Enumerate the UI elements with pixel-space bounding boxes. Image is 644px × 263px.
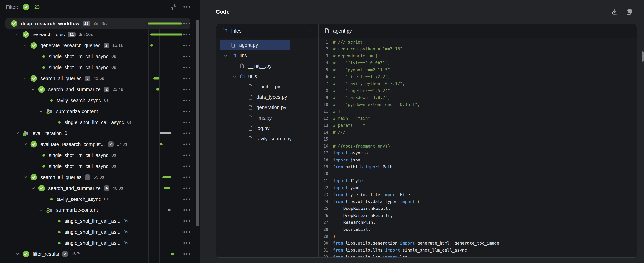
tree-row-summarize-content[interactable]: summarize-content — [0, 205, 200, 216]
task-label: filter_results — [32, 251, 59, 257]
row-menu-icon[interactable] — [184, 111, 190, 112]
tree-row-single-shot-llm-call-async[interactable]: single_shot_llm_call_async0s — [0, 150, 200, 161]
row-menu-icon[interactable] — [184, 89, 190, 90]
line-number: 27 — [319, 219, 328, 226]
row-menu-icon[interactable] — [184, 155, 190, 156]
tree-row-evaluate-research-complet-[interactable]: evaluate_research_complet...217.0s — [0, 139, 200, 150]
tree-row-search-all-queries[interactable]: search_all_queries341.6s — [0, 73, 200, 84]
file-tree-item-agent-py[interactable]: agent.py — [220, 40, 290, 50]
tree-row-single-shot-llm-call-as-[interactable]: single_shot_llm_call_as...0s — [0, 238, 200, 249]
file-tree-item-llms-py[interactable]: llms.py — [220, 113, 315, 123]
file-name: utils — [248, 73, 257, 79]
tree-row-single-shot-llm-call-as-[interactable]: single_shot_llm_call_as...0s — [0, 216, 200, 227]
page-scrollbar[interactable] — [642, 51, 644, 61]
chevron-down-icon[interactable] — [308, 28, 312, 33]
file-tree-item-data-types-py[interactable]: data_types.py — [220, 92, 315, 102]
row-menu-icon[interactable] — [184, 221, 190, 222]
row-menu-icon[interactable] — [184, 34, 190, 35]
chevron-down-icon[interactable] — [23, 175, 28, 180]
tree-row-summarize-content[interactable]: summarize-content — [0, 106, 200, 117]
task-status-dot-icon — [42, 66, 45, 69]
code-line: 20 — [319, 171, 637, 177]
chevron-down-icon[interactable] — [30, 87, 36, 92]
tree-row-tavily-search-async[interactable]: tavily_search_async0s — [0, 95, 200, 106]
tree-row-research-topic[interactable]: research_topic213m 30s — [0, 29, 200, 40]
tab-agent-py[interactable]: agent.py — [319, 24, 637, 38]
code-line: 22import yaml — [319, 184, 637, 191]
tree-row-deep-research-workflow[interactable]: deep_research_workflow223m 48s — [0, 18, 200, 29]
line-number: 20 — [319, 171, 328, 177]
panel-menu-icon[interactable] — [184, 6, 190, 8]
code-panel: Files agent.pylibs__init__.pyutils__init… — [216, 23, 637, 258]
row-menu-icon[interactable] — [184, 188, 190, 189]
filter-label: Filter: — [6, 4, 18, 10]
download-icon[interactable] — [611, 8, 618, 15]
row-menu-icon[interactable] — [184, 78, 190, 79]
row-menu-icon[interactable] — [184, 243, 190, 244]
chevron-down-icon[interactable] — [38, 208, 44, 213]
code-line: 15 — [319, 136, 637, 143]
chevron-down-icon[interactable] — [23, 76, 28, 81]
line-number: 4 — [319, 60, 328, 66]
success-filter-icon[interactable] — [22, 3, 30, 10]
tree-row-single-shot-llm-call-async[interactable]: single_shot_llm_call_async0s — [0, 161, 200, 172]
row-menu-icon[interactable] — [184, 56, 190, 57]
tree-row-single-shot-llm-call-as-[interactable]: single_shot_llm_call_as...0s — [0, 227, 200, 238]
line-number: 22 — [319, 184, 328, 191]
row-menu-icon[interactable] — [184, 23, 190, 24]
task-label: single_shot_llm_call_as... — [64, 240, 120, 246]
row-menu-icon[interactable] — [184, 133, 190, 134]
row-menu-icon[interactable] — [184, 122, 190, 123]
copy-icon[interactable] — [626, 8, 633, 15]
row-menu-icon[interactable] — [184, 199, 190, 200]
row-menu-icon[interactable] — [184, 144, 190, 145]
task-count-badge: 21 — [68, 32, 76, 37]
file-tree-item-libs[interactable]: libs — [220, 50, 315, 61]
row-menu-icon[interactable] — [184, 232, 190, 233]
tree-row-search-and-summarize[interactable]: search_and_summarize223.4s — [0, 84, 200, 95]
tree-row-single-shot-llm-call-async[interactable]: single_shot_llm_call_async0s — [0, 62, 200, 73]
row-menu-icon[interactable] — [184, 254, 190, 255]
task-duration: 48.0s — [112, 186, 123, 191]
chevron-down-icon[interactable] — [23, 43, 28, 48]
task-duration: 0s — [112, 65, 116, 70]
file-tree-item--init-py[interactable]: __init__.py — [220, 81, 315, 92]
task-status-dot-icon — [58, 121, 61, 124]
row-menu-icon[interactable] — [184, 100, 190, 101]
task-duration: 3m 30s — [79, 32, 93, 37]
chevron-down-icon[interactable] — [223, 53, 228, 58]
code-panel-title: Code — [216, 9, 230, 15]
file-tree-item-log-py[interactable]: log.py — [220, 123, 315, 133]
collapse-all-icon[interactable] — [170, 3, 178, 11]
chevron-down-icon[interactable] — [38, 109, 44, 114]
row-menu-icon[interactable] — [184, 210, 190, 211]
file-tree-item-utils[interactable]: utils — [220, 71, 315, 81]
file-name: agent.py — [239, 42, 258, 48]
row-menu-icon[interactable] — [184, 45, 190, 46]
files-header[interactable]: Files — [216, 24, 318, 38]
file-tree-item-tavily-search-py[interactable]: tavily_search.py — [220, 133, 315, 144]
row-menu-icon[interactable] — [184, 177, 190, 178]
task-status-dot-icon — [58, 242, 61, 244]
tree-row-single-shot-llm-call-async[interactable]: single_shot_llm_call_async0s — [0, 51, 200, 62]
chevron-down-icon[interactable] — [15, 32, 20, 37]
chevron-down-icon[interactable] — [30, 186, 36, 191]
file-tree-item--init-py[interactable]: __init__.py — [220, 61, 315, 71]
tree-row-search-and-summarize[interactable]: search_and_summarize448.0s — [0, 183, 200, 194]
tab-label: agent.py — [333, 28, 352, 34]
row-menu-icon[interactable] — [184, 166, 190, 167]
tree-scrollbar[interactable] — [196, 19, 199, 226]
chevron-down-icon[interactable] — [15, 131, 20, 136]
tree-row-filter-results[interactable]: filter_results216.7s — [0, 249, 200, 260]
tree-row-eval-iteration-0[interactable]: eval_iteration_0 — [0, 128, 200, 139]
chevron-down-icon[interactable] — [232, 74, 237, 79]
success-check-icon — [38, 185, 45, 192]
tree-row-single-shot-llm-call-async[interactable]: single_shot_llm_call_async0s — [0, 117, 200, 128]
chevron-down-icon[interactable] — [23, 142, 28, 147]
tree-row-tavily-search-async[interactable]: tavily_search_async0s — [0, 194, 200, 205]
chevron-down-icon[interactable] — [15, 252, 20, 257]
tree-row-search-all-queries[interactable]: search_all_queries559.3s — [0, 172, 200, 183]
tree-row-generate-research-queries[interactable]: generate_research_queries215.1s — [0, 40, 200, 51]
file-tree-item-generation-py[interactable]: generation.py — [220, 102, 315, 113]
row-menu-icon[interactable] — [184, 67, 190, 68]
